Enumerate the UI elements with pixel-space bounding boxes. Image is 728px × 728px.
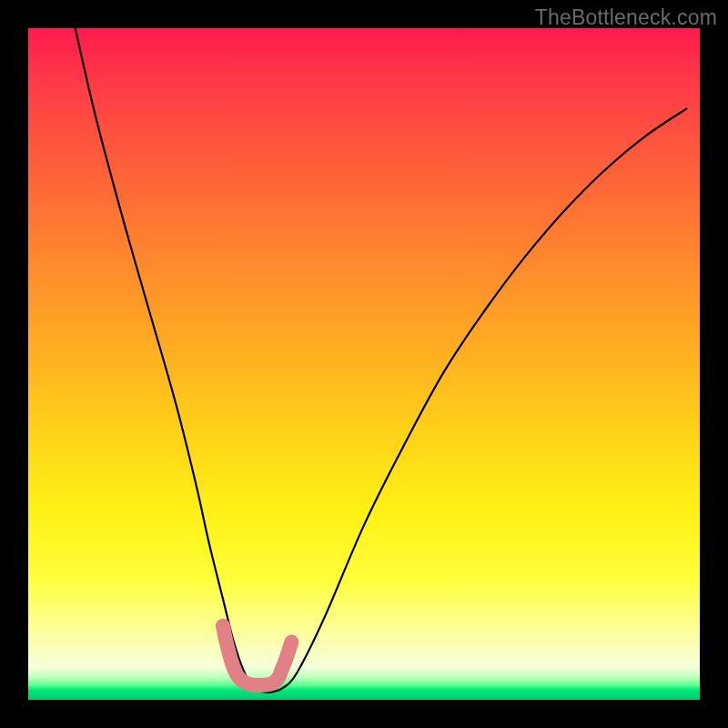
bottleneck-curve: [76, 28, 687, 693]
plot-area: [28, 28, 700, 700]
chart-svg: [28, 28, 700, 700]
chart-frame: TheBottleneck.com: [0, 0, 728, 728]
valley-marker: [223, 626, 291, 685]
watermark-text: TheBottleneck.com: [535, 5, 717, 30]
